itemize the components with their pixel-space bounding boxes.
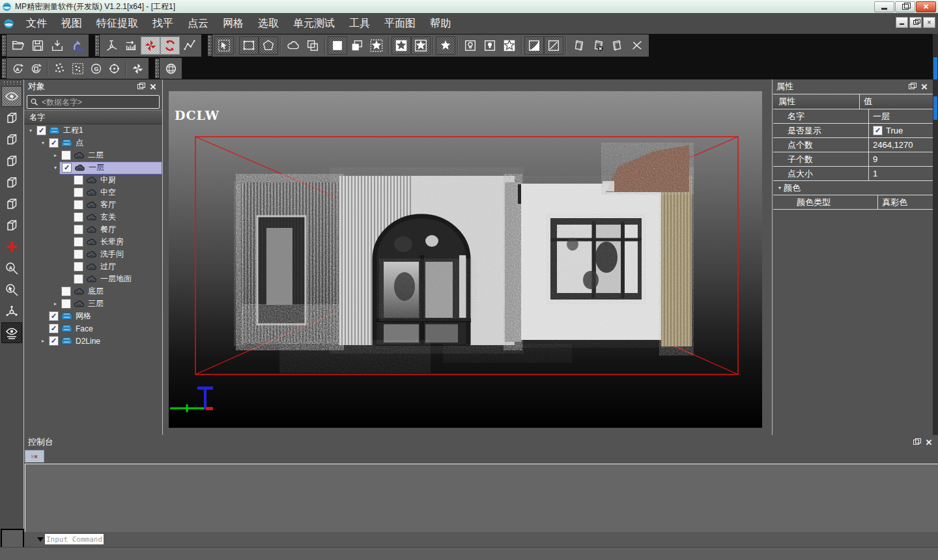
open-button[interactable] (8, 36, 28, 55)
tree-expander-icon[interactable]: ▾ (39, 140, 47, 146)
tree-column-header[interactable]: 名字 (24, 110, 162, 124)
mdi-close-button[interactable]: × (923, 17, 935, 28)
visibility-checkbox[interactable] (74, 225, 83, 234)
star-white-button[interactable] (500, 36, 519, 55)
menu-item-4[interactable]: 找平 (145, 14, 180, 33)
menu-item-1[interactable]: 文件 (19, 14, 54, 33)
property-row[interactable]: ▾颜色 (773, 181, 933, 195)
plane2-button[interactable] (608, 36, 627, 55)
tree-item-selected[interactable]: ✓一层 (59, 161, 162, 175)
select-polygon-button[interactable] (259, 36, 278, 55)
tree-item-content[interactable]: 三层 (59, 298, 162, 310)
copy-rect-button[interactable] (347, 36, 367, 55)
visibility-checkbox[interactable] (74, 212, 83, 222)
scatter-button[interactable] (50, 60, 68, 77)
menu-item-2[interactable]: 视图 (54, 14, 89, 33)
command-input[interactable] (45, 534, 104, 544)
rotate-1-button[interactable] (27, 60, 45, 77)
tree-item-content[interactable]: 一层地面 (72, 273, 162, 285)
menu-item-3[interactable]: 特征提取 (89, 14, 145, 33)
tree-item[interactable]: 中厨 (24, 174, 162, 186)
toolbar-drag-handle[interactable] (2, 35, 6, 56)
tree-item[interactable]: 一层地面 (24, 273, 162, 285)
tree-item-content[interactable]: 中厨 (72, 175, 162, 186)
circle-dots-button[interactable] (105, 60, 123, 77)
bulb-box-button[interactable] (480, 36, 500, 55)
menu-item-5[interactable]: 点云 (180, 14, 216, 33)
close-panel-button[interactable]: ✕ (148, 82, 158, 91)
close-button[interactable]: ✕ (916, 1, 936, 12)
tree-item[interactable]: ✓网格 (24, 310, 162, 322)
select-overlap-button[interactable] (303, 36, 322, 55)
tree-item-content[interactable]: 餐厅 (72, 224, 162, 236)
tree-item-content[interactable]: 玄关 (72, 212, 162, 223)
select-cursor-button[interactable] (214, 36, 234, 55)
menu-item-6[interactable]: 网格 (216, 14, 251, 33)
tree-item-content[interactable]: ✓Face (47, 323, 162, 335)
restore-button[interactable] (895, 1, 915, 12)
import-button[interactable] (48, 36, 67, 55)
menu-item-8[interactable]: 单元测试 (286, 14, 342, 33)
property-row[interactable]: 是否显示✓True (773, 124, 933, 138)
tree-item[interactable]: ▾✓工程1 (24, 124, 162, 137)
property-row[interactable]: 名字一层 (773, 109, 933, 124)
close-panel-button[interactable]: ✕ (919, 82, 930, 91)
mdi-restore-button[interactable] (909, 17, 922, 28)
visibility-checkbox[interactable]: ✓ (49, 138, 59, 148)
menu-item-11[interactable]: 帮助 (423, 14, 458, 33)
pinwheel-white-button[interactable] (128, 60, 147, 77)
minimize-button[interactable] (874, 1, 894, 12)
ruler-button[interactable] (121, 36, 141, 55)
mdi-minimize-button[interactable] (896, 17, 908, 28)
toolbar-drag-handle[interactable] (208, 35, 212, 56)
plus-red-button[interactable] (1, 236, 22, 257)
select-rect-button[interactable] (239, 36, 259, 55)
visibility-checkbox[interactable]: ✓ (49, 324, 59, 333)
slash-square-button[interactable] (544, 36, 563, 55)
tree-item-content[interactable]: ✓网格 (47, 311, 162, 322)
eye-hand-button[interactable] (1, 322, 22, 343)
tree-item-content[interactable]: ✓D2Line (47, 335, 162, 347)
scatter-box-button[interactable] (68, 60, 87, 77)
tree-item-content[interactable]: 中空 (72, 187, 162, 199)
toolbar-drag-handle[interactable] (3, 81, 21, 85)
visibility-checkbox[interactable] (61, 150, 71, 160)
visibility-checkbox[interactable] (61, 299, 71, 309)
tree-expander-icon[interactable]: ▸ (51, 301, 59, 307)
command-dropdown-icon[interactable] (37, 537, 44, 545)
menu-item-7[interactable]: 选取 (251, 14, 286, 33)
tree-item[interactable]: ✓Face (24, 322, 162, 335)
property-row[interactable]: 点个数2464,1270 (773, 138, 933, 152)
zoom-a-button[interactable]: A (1, 258, 22, 279)
viewport-3d[interactable]: DCLW (169, 91, 762, 428)
bulb-dash-button[interactable] (461, 36, 480, 55)
tree-item[interactable]: ▸三层 (24, 298, 162, 310)
plane-del-button[interactable] (588, 36, 608, 55)
toolbar-drag-handle[interactable] (2, 59, 6, 78)
visibility-checkbox[interactable]: ✓ (49, 336, 59, 346)
cube-button[interactable] (1, 150, 22, 171)
property-row[interactable]: 颜色类型真彩色 (773, 195, 933, 210)
toolbar-drag-handle[interactable] (155, 59, 159, 78)
console-tab[interactable] (25, 450, 44, 462)
tree-expander-icon[interactable]: ▾ (51, 165, 59, 171)
zoom-ptr-button[interactable] (1, 279, 22, 300)
tree-item-content[interactable]: ✓点 (47, 137, 162, 149)
tree-expander-icon[interactable]: ▸ (39, 338, 47, 344)
visibility-checkbox[interactable] (61, 287, 71, 296)
visibility-checkbox[interactable] (74, 200, 83, 210)
visibility-checkbox[interactable]: ✓ (49, 311, 59, 321)
tree-item-content[interactable]: 过厅 (72, 261, 162, 273)
cross-tool-button[interactable] (627, 36, 647, 55)
visibility-checkbox[interactable] (74, 249, 83, 259)
tree-item[interactable]: 洗手间 (24, 248, 162, 260)
tree-item-content[interactable]: ✓工程1 (35, 125, 162, 137)
group-expander-icon[interactable]: ▾ (778, 185, 781, 191)
tree-item-content[interactable]: 底层 (59, 286, 162, 298)
fill-rect-button[interactable] (328, 36, 347, 55)
tree-item[interactable]: 客厅 (24, 199, 162, 211)
tree-item-content[interactable]: 二层 (59, 150, 162, 161)
tree-item-content[interactable]: 长辈房 (72, 236, 162, 248)
polyline-button[interactable] (180, 36, 199, 55)
cube-button[interactable] (1, 107, 22, 128)
